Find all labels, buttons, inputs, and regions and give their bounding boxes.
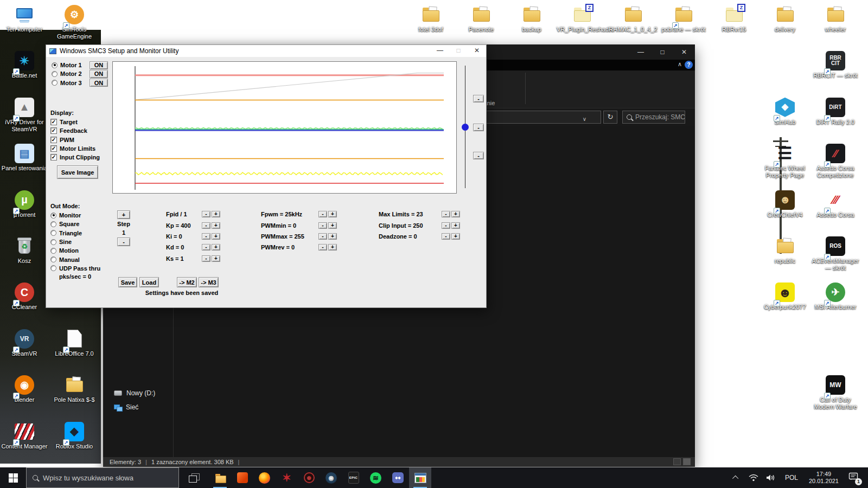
desktop-icon-battlenet[interactable]: ✴↗Battle.net — [0, 50, 49, 79]
step-minus-button[interactable]: - — [117, 237, 130, 246]
pwm-plus-button[interactable]: + — [328, 233, 337, 240]
motor-on-button[interactable]: ON — [90, 70, 108, 78]
desktop-icon-ten-komputer[interactable]: Ten komputer — [0, 4, 49, 33]
out-mode-radio[interactable] — [50, 221, 56, 227]
desktop-icon-blender[interactable]: ◉↗blender — [0, 375, 49, 403]
smc3-close-button[interactable]: ✕ — [468, 45, 486, 57]
taskbar-steam-icon[interactable]: ◉ — [320, 467, 342, 488]
taskbar-gear-app-icon[interactable]: ⊛ — [298, 467, 320, 488]
taskbar-epic-icon[interactable]: EPIC — [342, 467, 365, 488]
checkbox[interactable] — [50, 137, 57, 143]
explorer-search-input[interactable]: Przeszukaj: SMC3 — [622, 111, 685, 124]
desktop-icon-content-manager[interactable]: ↗Content Manager — [0, 421, 49, 450]
limit-minus-button[interactable]: - — [442, 211, 450, 217]
copy-to-m3-button[interactable]: -> M3 — [199, 277, 219, 287]
pwm-minus-button[interactable]: - — [318, 211, 327, 217]
pid-plus-button[interactable]: + — [212, 244, 220, 251]
desktop-icon-msi-afterburner[interactable]: ✈↗MSI Afterburner — [811, 282, 860, 311]
smc3-minimize-button[interactable]: — — [431, 45, 449, 57]
limit-plus-button[interactable]: + — [451, 211, 460, 217]
pid-plus-button[interactable]: + — [212, 222, 220, 229]
explorer-maximize-button[interactable]: □ — [652, 44, 673, 60]
pwm-minus-button[interactable]: - — [318, 233, 327, 240]
keyboard-language-indicator[interactable]: POL — [785, 474, 798, 481]
pwm-plus-button[interactable]: + — [328, 244, 337, 251]
desktop-icon-republic[interactable]: republic — [761, 236, 809, 265]
desktop-icon-cyberpunk2077[interactable]: ☻↗Cyberpunk2077 — [761, 282, 809, 311]
pwm-minus-button[interactable]: - — [318, 222, 327, 229]
checkbox[interactable] — [50, 154, 57, 160]
out-mode-radio[interactable] — [50, 213, 56, 219]
desktop-icon-pacenote[interactable]: Pacenote — [457, 4, 506, 33]
taskbar-search-input[interactable]: Wpisz tu wyszukiwane słowa — [26, 467, 179, 488]
save-image-button[interactable]: Save Image — [57, 165, 98, 179]
sidebar-item-network[interactable]: Sieć — [114, 403, 138, 411]
refresh-icon[interactable]: ↻ — [603, 111, 617, 124]
pwm-plus-button[interactable]: + — [328, 222, 337, 229]
desktop-icon-libreoffice-70[interactable]: ↗LibreOffice 7.0 — [50, 329, 99, 357]
motor-radio[interactable] — [52, 80, 58, 86]
offset-slider-thumb[interactable] — [462, 124, 469, 131]
action-center-icon[interactable]: 1 — [848, 472, 858, 483]
icons-view-button[interactable] — [683, 458, 691, 465]
volume-icon[interactable] — [766, 474, 776, 481]
out-mode-radio[interactable] — [50, 256, 56, 262]
desktop-icon-pole-natixa[interactable]: Pole Natixa $-$ — [50, 375, 99, 403]
pid-plus-button[interactable]: + — [212, 211, 220, 217]
desktop-icon-pobrane-skrot[interactable]: ↗pobrane — skrót — [659, 4, 708, 33]
limit-minus-button[interactable]: - — [442, 222, 450, 229]
desktop-icon-dirt-rally-20[interactable]: DiRT↗DiRT Rally 2.0 — [811, 97, 860, 126]
desktop-icon-ivry-driver[interactable]: ▲↗iVRy Driver for SteamVR — [0, 97, 49, 133]
taskbar-discord-icon[interactable] — [387, 467, 409, 488]
details-view-button[interactable] — [673, 458, 681, 465]
limit-plus-button[interactable]: + — [451, 233, 460, 240]
help-icon[interactable]: ? — [685, 61, 693, 69]
desktop-icon-rbrvr15[interactable]: ZRBRvr15 — [710, 4, 758, 33]
pid-minus-button[interactable]: - — [202, 244, 210, 251]
explorer-close-button[interactable]: ✕ — [673, 44, 695, 60]
desktop-icon-backup[interactable]: backup — [507, 4, 556, 33]
chevron-down-icon[interactable]: ∨ — [583, 113, 586, 125]
checkbox[interactable] — [50, 145, 57, 152]
start-button[interactable] — [0, 467, 26, 488]
out-mode-radio[interactable] — [50, 265, 56, 271]
desktop-icon-assetto-corsa[interactable]: ∕∕∕↗Assetto Corsa — [811, 190, 860, 219]
explorer-minimize-button[interactable]: — — [630, 44, 652, 60]
out-mode-radio[interactable] — [50, 230, 56, 236]
motor-radio[interactable] — [52, 71, 58, 77]
taskbar-office-icon[interactable] — [231, 467, 253, 488]
desktop-icon-vr-plugin-reshade[interactable]: ZVR_Plugin_Reshad... — [558, 4, 607, 33]
desktop-icon-kosz[interactable]: ♻Kosz — [0, 236, 49, 265]
pwm-minus-button[interactable]: - — [318, 244, 327, 251]
slider-minus-button-2[interactable]: - — [473, 124, 484, 131]
desktop-icon-delivery[interactable]: delivery — [761, 4, 809, 33]
clock[interactable]: 17:49 20.01.2021 — [809, 471, 839, 485]
slider-minus-button-3[interactable]: - — [473, 152, 484, 159]
desktop-icon-ccleaner[interactable]: C↗CCleaner — [0, 282, 49, 311]
taskbar-firefox-icon[interactable] — [253, 467, 276, 488]
wifi-icon[interactable] — [749, 474, 758, 481]
taskbar-task-view-icon[interactable] — [182, 467, 205, 488]
limit-plus-button[interactable]: + — [451, 222, 460, 229]
desktop-icon-fanatec-wheel[interactable]: ☰↗Fanatec Wheel Property Page — [761, 143, 809, 179]
taskbar-explorer-icon[interactable] — [209, 467, 231, 488]
taskbar-red-app-icon[interactable]: ✶ — [276, 467, 298, 488]
load-button[interactable]: Load — [139, 277, 159, 287]
taskbar-spotify-icon[interactable]: ≋ — [365, 467, 387, 488]
checkbox[interactable] — [50, 127, 57, 134]
pid-minus-button[interactable]: - — [202, 233, 210, 240]
desktop-icon-wheeler[interactable]: wheeler — [811, 4, 860, 33]
pid-plus-button[interactable]: + — [212, 255, 220, 262]
smc3-titlebar[interactable]: Windows SMC3 Setup and Monitor Utility —… — [46, 45, 486, 57]
sidebar-item-drive-d[interactable]: Nowy (D:) — [114, 389, 155, 397]
desktop-icon-simtools-gameengine[interactable]: ⚙↗SimTools GameEngine — [50, 4, 99, 40]
out-mode-radio[interactable] — [50, 239, 56, 245]
motor-radio[interactable] — [52, 62, 58, 68]
tray-overflow-chevron-icon[interactable] — [732, 476, 738, 481]
desktop-icon-steamvr[interactable]: VR↗SteamVR — [0, 329, 49, 357]
desktop-icon-rhmac-1-0-4-2[interactable]: RHMAC_1_0_4_2 — [609, 4, 658, 33]
desktop-icon-rbrcit[interactable]: RBR CIT↗RBRCIT — skrót — [811, 50, 860, 79]
pid-minus-button[interactable]: - — [202, 222, 210, 229]
motor-on-button[interactable]: ON — [90, 61, 108, 69]
desktop-icon-fotel-3dof[interactable]: fotel 3dof — [406, 4, 455, 33]
